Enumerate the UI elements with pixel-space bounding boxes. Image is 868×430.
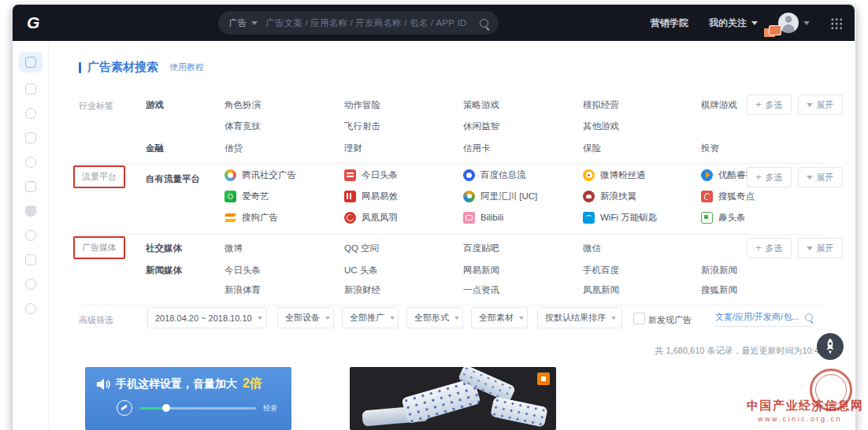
tag[interactable]: 凤凰新闻 bbox=[583, 284, 619, 296]
date-range-picker[interactable]: 2018.04.20 ~ 2018.10.10 bbox=[147, 307, 267, 328]
tag[interactable]: QQ 空间 bbox=[344, 243, 379, 254]
platform-baidu-feed[interactable]: 百度信息流 bbox=[463, 168, 526, 182]
tag[interactable]: 其他游戏 bbox=[583, 120, 619, 132]
sort-dropdown[interactable]: 按默认结果排序 bbox=[537, 307, 622, 328]
platform-phoenix[interactable]: 凤凰凤羽 bbox=[344, 210, 398, 224]
platform-toutiao[interactable]: 今日头条 bbox=[344, 168, 398, 182]
sidebar-item-8[interactable] bbox=[19, 228, 43, 243]
industry-expand-button[interactable]: 展开 bbox=[798, 95, 843, 115]
tag[interactable]: 休闲益智 bbox=[463, 120, 499, 132]
tag[interactable]: 信用卡 bbox=[463, 143, 491, 154]
tag[interactable]: 微信 bbox=[583, 243, 601, 254]
apps-grid-icon[interactable] bbox=[830, 17, 842, 29]
tag[interactable]: 角色扮演 bbox=[224, 99, 261, 111]
new-ads-checkbox-label[interactable]: 新发现广告 bbox=[648, 314, 692, 326]
navbar-right: 营销学院 我的关注 bbox=[651, 13, 855, 33]
nav-academy-link[interactable]: 营销学院 bbox=[651, 17, 688, 30]
web-icon bbox=[25, 157, 36, 168]
sidebar-item-4[interactable] bbox=[19, 130, 43, 146]
tag[interactable]: 棋牌游戏 bbox=[701, 99, 737, 111]
sidebar-item-11[interactable] bbox=[19, 301, 43, 317]
search-icon[interactable] bbox=[480, 19, 488, 28]
media-expand-button[interactable]: 展开 bbox=[798, 238, 843, 258]
platform-iqiyi[interactable]: 爱奇艺 bbox=[224, 189, 269, 203]
sidebar-item-2[interactable] bbox=[19, 81, 43, 97]
search-scope-label: 广告 bbox=[228, 17, 247, 29]
back-to-top-button[interactable] bbox=[815, 332, 845, 365]
platform-weibo-fanstong[interactable]: 微博粉丝通 bbox=[583, 168, 646, 182]
search-scope-dropdown[interactable]: 广告 bbox=[228, 17, 258, 29]
tag[interactable]: 动作冒险 bbox=[344, 99, 380, 111]
tag[interactable]: UC 头条 bbox=[344, 265, 378, 276]
quick-search-input[interactable]: 文案/应用/开发商/包... bbox=[715, 311, 813, 327]
search-input[interactable]: 广告文案 / 应用名称 / 开发商名称 / 包名 / APP ID bbox=[265, 17, 472, 29]
material-filter-dropdown[interactable]: 全部素材 bbox=[471, 307, 528, 328]
ad-banner-porcelain[interactable] bbox=[350, 367, 556, 430]
global-search-bar[interactable]: 广告 广告文案 / 应用名称 / 开发商名称 / 包名 / APP ID bbox=[218, 11, 499, 35]
bag-icon bbox=[25, 206, 36, 217]
platform-expand-button[interactable]: 展开 bbox=[798, 167, 843, 187]
tag[interactable]: 今日头条 bbox=[224, 265, 261, 276]
platform-tencent-social-ads[interactable]: 腾讯社交广告 bbox=[224, 168, 296, 182]
tag[interactable]: 保险 bbox=[583, 143, 601, 154]
sidebar-item-7[interactable] bbox=[19, 203, 43, 219]
chevron-down-icon bbox=[803, 21, 810, 25]
sidebar-item-6[interactable] bbox=[19, 179, 43, 195]
tag[interactable]: 理财 bbox=[344, 143, 362, 154]
platform-ali-huichuan[interactable]: 阿里汇川 [UC] bbox=[463, 189, 537, 203]
tag[interactable]: 手机百度 bbox=[583, 265, 619, 276]
tag[interactable]: 微博 bbox=[224, 243, 243, 254]
sidebar-item-5[interactable] bbox=[19, 154, 43, 170]
format-filter-dropdown[interactable]: 全部形式 bbox=[406, 307, 463, 328]
platform-netease[interactable]: 网易易效 bbox=[344, 189, 398, 203]
tag[interactable]: 模拟经营 bbox=[583, 99, 619, 111]
tutorial-link[interactable]: 使用教程 bbox=[169, 61, 204, 73]
tag[interactable]: 一点资讯 bbox=[463, 284, 499, 296]
category-game[interactable]: 游戏 bbox=[146, 99, 164, 111]
platform-sohu[interactable]: 搜狐奇点 bbox=[701, 189, 755, 203]
category-social-media[interactable]: 社交媒体 bbox=[146, 243, 182, 254]
tag[interactable]: 体育竞技 bbox=[224, 120, 261, 132]
industry-multi-select-button[interactable]: 多选 bbox=[747, 95, 792, 115]
sidebar-item-1[interactable] bbox=[19, 52, 43, 72]
user-avatar[interactable] bbox=[778, 13, 810, 33]
tag[interactable]: 新浪财经 bbox=[344, 284, 380, 296]
left-sidebar bbox=[13, 41, 49, 430]
nav-follow-dropdown[interactable]: 我的关注 bbox=[709, 17, 758, 30]
promotion-filter-dropdown[interactable]: 全部推广 bbox=[342, 307, 399, 328]
qutoutiao-icon bbox=[701, 212, 713, 224]
platform-sina-fuyi[interactable]: 新浪扶翼 bbox=[583, 189, 636, 203]
platform-qutoutiao[interactable]: 趣头条 bbox=[701, 210, 746, 224]
volume-slider[interactable] bbox=[139, 407, 256, 410]
sidebar-item-10[interactable] bbox=[19, 276, 43, 292]
app-logo[interactable]: G bbox=[27, 13, 39, 32]
tag[interactable]: 新浪体育 bbox=[224, 284, 261, 296]
ad-source-badge-icon bbox=[537, 373, 550, 385]
tag[interactable]: 借贷 bbox=[224, 143, 243, 154]
sidebar-item-3[interactable] bbox=[19, 106, 43, 121]
tag[interactable]: 飞行射击 bbox=[344, 120, 380, 132]
platform-sogou-ads[interactable]: 搜狗广告 bbox=[224, 210, 278, 224]
platform-bilibili[interactable]: Bilibili bbox=[463, 210, 503, 224]
sidebar-item-9[interactable] bbox=[19, 252, 43, 268]
search-icon[interactable] bbox=[805, 313, 813, 321]
category-finance[interactable]: 金融 bbox=[146, 143, 164, 154]
tag[interactable]: 网易新闻 bbox=[463, 265, 499, 276]
new-ads-checkbox[interactable] bbox=[633, 313, 645, 324]
phone-icon bbox=[117, 400, 132, 416]
netease-icon bbox=[344, 191, 356, 202]
tag[interactable]: 投资 bbox=[701, 143, 719, 154]
platform-wifi-key[interactable]: WiFi 万能钥匙 bbox=[583, 210, 657, 224]
tag[interactable]: 百度贴吧 bbox=[463, 243, 499, 254]
platform-multi-select-button[interactable]: 多选 bbox=[747, 167, 792, 187]
tag[interactable]: 策略游戏 bbox=[463, 99, 499, 111]
dashboard-icon bbox=[25, 57, 36, 68]
ad-banner-volume[interactable]: 手机这样设置，音量加大2倍 轻音 bbox=[85, 367, 291, 430]
device-filter-dropdown[interactable]: 全部设备 bbox=[277, 307, 334, 328]
tag[interactable]: 搜狐新闻 bbox=[701, 284, 737, 296]
tag[interactable]: 新浪新闻 bbox=[701, 265, 737, 276]
category-own-traffic[interactable]: 自有流量平台 bbox=[146, 173, 200, 185]
media-multi-select-button[interactable]: 多选 bbox=[747, 238, 792, 258]
category-news-media[interactable]: 新闻媒体 bbox=[146, 265, 182, 276]
slider-knob[interactable] bbox=[162, 404, 170, 412]
